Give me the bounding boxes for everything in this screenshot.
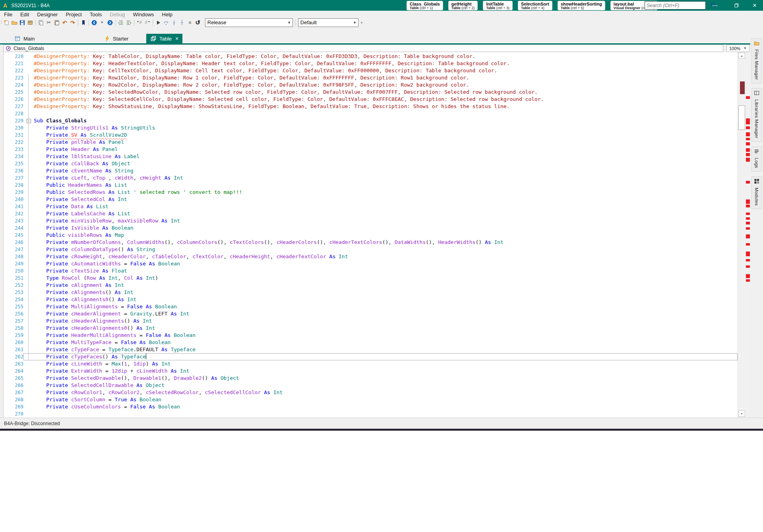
close-tab-icon[interactable]: × [175,36,178,41]
code-text: Type RowCol (Row As Int, Col As Int) [34,275,158,282]
side-tab-libraries-manager[interactable]: Libraries Manager [751,88,762,142]
side-tab-logs[interactable]: Logs [751,147,762,172]
side-tab-modules[interactable]: Modules [751,176,762,209]
build-configuration-select[interactable]: Release▼ [205,18,293,27]
code-line: 255 Private MultiAlignments = False As B… [4,303,738,310]
code-line: 235 Private cCallBack As Object [4,160,738,167]
toolbar-step-into-icon[interactable] [170,19,178,27]
line-number: 258 [4,325,23,332]
run-configuration-select[interactable]: Default▼ [298,18,358,27]
bookmark-tab-inittable[interactable]: InitTableTable (ctrl + 3) [483,1,513,10]
toolbar-undo-icon[interactable]: ↶ [61,19,69,27]
menu-item-help[interactable]: Help [158,12,176,17]
separator [134,19,134,26]
separator [115,19,116,26]
toolbar-copy-icon[interactable] [37,19,45,27]
toolbar-indent-icon[interactable] [117,19,125,27]
line-number: 254 [4,296,23,303]
line-number: 266 [4,382,23,389]
scrollbar-thumb[interactable] [738,105,745,130]
menu-item-windows[interactable]: Windows [129,12,158,17]
tab-table[interactable]: Table× [146,34,182,43]
restore-button[interactable] [730,0,743,11]
toolbar-step-over-icon[interactable] [162,19,170,27]
menu-item-project[interactable]: Project [62,12,85,17]
toolbar-new-file-icon[interactable] [2,19,10,27]
tab-starter[interactable]: Starter [101,34,132,43]
toolbar-outdent-icon[interactable] [125,19,133,27]
toolbar-rebuild-icon[interactable]: ↺ [194,19,202,27]
line-number: 227 [4,103,23,110]
toolbar-comment-icon[interactable] [136,19,143,27]
code-text: Private cLineWidth = Max(1, 1dip) As Int [34,360,170,368]
menu-item-tools[interactable]: Tools [86,12,106,17]
menu-item-designer[interactable]: Designer [33,12,62,17]
toolbar-navigate-forward-icon[interactable] [106,19,114,27]
side-tab-files-manager[interactable]: Files Manager [751,38,762,83]
search-box[interactable] [645,1,706,10]
code-line: 265 Private SelectedDrawable(), Drawable… [4,375,738,382]
toolbar-run-icon[interactable] [154,19,162,27]
line-number: 263 [4,360,23,368]
code-line: 260 Private MultiTypeFace = False As Boo… [4,339,738,346]
code-text: Private Header As Panel [34,146,118,153]
line-number: 262 [4,353,23,360]
separator [153,19,153,26]
toolbar-overflow-icon[interactable]: ▾ [361,21,363,25]
code-line: 240 Private SelectedCol As Int [4,196,738,203]
menu-bar: FileEditDesignerProjectToolsDebugWindows… [0,11,763,18]
sfolder-icon [754,40,759,47]
bookmark-tab-getheight[interactable]: getHeightTable (ctrl + 2) [448,1,478,10]
menu-item-edit[interactable]: Edit [16,12,33,17]
toolbar-navigate-back-caret-icon[interactable]: ▼ [98,19,106,27]
code-editor[interactable]: 220#DesignerProperty: Key: TableColor, D… [3,52,738,418]
code-text: Sub Class_Globals [34,117,87,124]
fold-toggle-icon[interactable]: – [27,119,31,123]
bookmark-tab-selectionsort[interactable]: SelectionSortTable (ctrl + 4) [518,1,552,10]
code-text: #DesignerProperty: Key: SelectedRowColor… [34,89,538,96]
line-number: 253 [4,289,23,296]
editor-zoom-select[interactable]: 100%▼ [726,44,749,52]
error-mark [746,251,750,256]
text-caret [146,354,147,359]
toolbar-paste-icon[interactable] [53,19,61,27]
tab-main[interactable]: Main [10,34,39,43]
code-line: 264 Private ExtraWidth = 12dip + cLineWi… [4,368,738,375]
toolbar-stop-icon[interactable] [186,19,194,27]
toolbar-open-project-icon[interactable] [10,19,18,27]
toolbar-step-out-icon[interactable] [178,19,186,27]
code-line: 259 Private HeaderMultiAlignments = Fals… [4,332,738,339]
line-number: 241 [4,203,23,210]
toolbar-uncomment-icon[interactable] [143,19,151,27]
code-line: 268 Private cSortColumn = True As Boolea… [4,396,738,403]
toolbar-package-icon[interactable] [26,19,34,27]
breadcrumb[interactable]: Class_Globals [3,44,723,52]
code-line: 233 Private Header As Panel [4,146,738,153]
toolbar-cut-icon[interactable]: ✂ [45,19,53,27]
code-line: 251 Type RowCol (Row As Int, Col As Int) [4,275,738,282]
toolbar-navigate-back-icon[interactable] [90,19,98,27]
close-button[interactable]: ✕ [748,0,761,11]
toolbar-grip-icon[interactable]: ⁞ [1,20,1,25]
fold-scope-line [28,74,29,361]
code-text: Private cSortColumn = True As Boolean [34,396,161,403]
vertical-scrollbar[interactable]: ▲ ▼ [738,52,750,418]
window-bottom-edge [0,429,763,431]
scroll-down-icon[interactable]: ▼ [738,410,745,417]
code-line: 236 Private cEventName As String [4,167,738,174]
bookmark-tab-class-globals[interactable]: Class_GlobalsTable (ctrl + 1) [407,1,443,10]
code-line: 249 Private cAutomaticWidths = False As … [4,260,738,267]
bookmark-tab-showheadersorting[interactable]: showHeaderSortingTable (ctrl + 5) [558,1,605,10]
toolbar-save-icon[interactable] [18,19,26,27]
toolbar: ⁞ ✂↶↷▼↺ Release▼ Default▼ ▾ [0,18,763,27]
code-text: Private cHeaderAlignments() As Int [34,317,152,325]
code-line: 220#DesignerProperty: Key: TableColor, D… [4,53,738,60]
menu-item-file[interactable]: File [0,12,16,17]
code-text: Private cAlignment As Int [34,282,124,289]
menu-item-debug[interactable]: Debug [106,12,129,17]
toolbar-bookmark-icon[interactable] [79,19,87,27]
toolbar-redo-icon[interactable]: ↷ [69,19,77,27]
scroll-up-icon[interactable]: ▲ [738,52,745,59]
search-input[interactable] [645,3,711,8]
minimize-button[interactable]: — [708,0,722,11]
